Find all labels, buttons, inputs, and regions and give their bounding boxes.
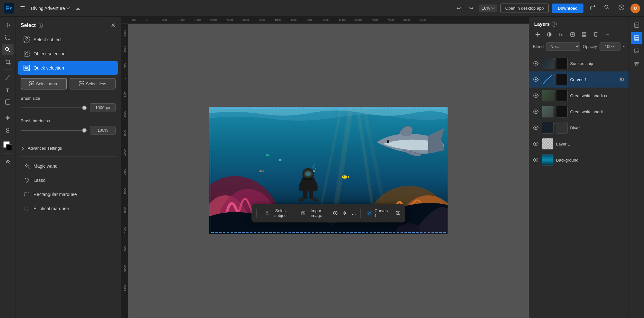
svg-point-12: [25, 52, 28, 55]
share-button[interactable]: [587, 3, 598, 14]
comments-button[interactable]: [631, 45, 642, 57]
layers-panel-button[interactable]: [631, 32, 642, 44]
help-button[interactable]: [616, 3, 627, 14]
title-dropdown-icon: [66, 6, 70, 10]
lasso-item[interactable]: Lasso: [18, 173, 118, 187]
adjustment-button[interactable]: [545, 30, 554, 39]
menu-button[interactable]: ☰: [17, 4, 28, 13]
toolbar-divider-2: [3, 110, 12, 110]
mask-button[interactable]: [568, 30, 577, 39]
svg-text:2000: 2000: [210, 18, 217, 22]
quick-selection-item[interactable]: Quick selection: [18, 61, 118, 75]
search-button[interactable]: [601, 3, 612, 13]
adjustments-panel-button[interactable]: [631, 58, 642, 70]
more-layer-options-button[interactable]: ···: [602, 30, 612, 39]
object-selection-item[interactable]: Object selection: [18, 47, 118, 61]
brush-tool[interactable]: [2, 72, 14, 83]
document-title[interactable]: Diving Adventure: [31, 6, 70, 11]
crop-tool[interactable]: [2, 56, 14, 68]
brush-size-input[interactable]: [90, 103, 116, 112]
more-options-button[interactable]: ...: [350, 208, 358, 218]
svg-rect-11: [24, 51, 29, 56]
layer-item-diver[interactable]: • Diver: [529, 120, 629, 136]
text-tool[interactable]: T: [2, 84, 14, 96]
redo-button[interactable]: ↪: [467, 3, 476, 13]
download-button[interactable]: Download: [552, 4, 583, 13]
align-bottom-button[interactable]: [341, 208, 349, 218]
color-picker-bottom-button[interactable]: [332, 208, 340, 218]
layer-chain-great-white: •: [554, 106, 555, 117]
quick-selection-icon: [23, 64, 30, 71]
fx-button[interactable]: fx: [556, 30, 566, 39]
brush-size-slider[interactable]: [21, 108, 87, 108]
selection-tool[interactable]: [2, 32, 14, 43]
svg-point-96: [396, 214, 397, 215]
great-white-thumb-main: [542, 106, 554, 117]
curves-1-settings-button[interactable]: [618, 76, 625, 83]
svg-point-86: [266, 211, 268, 213]
opacity-dropdown-icon[interactable]: ▾: [623, 45, 625, 48]
curves-label-row[interactable]: Curves 1: [363, 206, 393, 220]
svg-text:2000: 2000: [123, 149, 126, 156]
svg-rect-72: [304, 178, 312, 180]
quick-select-tool[interactable]: [2, 44, 14, 55]
opacity-input[interactable]: [600, 42, 620, 51]
zoom-control[interactable]: 16%: [479, 5, 497, 12]
svg-text:6000: 6000: [339, 18, 346, 22]
select-subject-bottom-button[interactable]: Select subject: [260, 206, 295, 220]
blend-select[interactable]: Nor...: [546, 42, 580, 51]
layer-item-background[interactable]: Background: [529, 152, 629, 168]
user-avatar[interactable]: U: [630, 4, 640, 13]
properties-panel-button[interactable]: [631, 19, 642, 31]
svg-point-81: [266, 154, 269, 156]
rect-marquee-item[interactable]: Rectangular marquee: [18, 188, 118, 201]
layer-eye-great-white[interactable]: [532, 108, 539, 115]
layer-item-great-white-co[interactable]: • Great white shark co...: [529, 88, 629, 104]
layer-item-curves-1[interactable]: • Curves 1: [529, 71, 629, 88]
magic-wand-label: Magic wand: [33, 164, 58, 169]
layer-stack-button[interactable]: [579, 30, 589, 39]
ellip-marquee-item[interactable]: Elliptical marquee: [18, 202, 118, 215]
foreground-color-swatch[interactable]: [6, 144, 12, 150]
svg-text:5500: 5500: [123, 285, 126, 291]
undo-button[interactable]: ↩: [454, 3, 463, 13]
move-tool[interactable]: [2, 19, 14, 31]
select-more-button[interactable]: Select more: [21, 78, 67, 89]
add-layer-button[interactable]: [533, 30, 543, 39]
layer-eye-curves-1[interactable]: [532, 76, 539, 83]
layers-info-icon[interactable]: i: [552, 22, 557, 27]
magic-wand-item[interactable]: Magic wand: [18, 159, 118, 173]
import-image-label: Import image: [308, 208, 326, 218]
import-image-button[interactable]: Import image: [297, 206, 330, 220]
curves-settings-layer-icon: [619, 77, 624, 82]
svg-text:6500: 6500: [355, 18, 362, 22]
panel-close-button[interactable]: ✕: [111, 22, 116, 29]
brush-hardness-input[interactable]: [90, 126, 116, 135]
layer-eye-layer-1[interactable]: [532, 140, 539, 147]
open-desktop-button[interactable]: Open in desktop app: [500, 4, 549, 13]
curves-settings-button[interactable]: [394, 208, 402, 218]
layer-eye-sunken-ship[interactable]: [532, 60, 539, 67]
bottom-toolbar: Select subject Import image: [251, 204, 405, 222]
canvas-viewport[interactable]: Select subject Import image: [128, 24, 529, 318]
layer-item-great-white[interactable]: • Great white shark: [529, 104, 629, 120]
shape-tool[interactable]: [2, 96, 14, 108]
select-less-button[interactable]: Select less: [70, 78, 116, 89]
panel-info-icon[interactable]: i: [38, 23, 43, 28]
collapse-button[interactable]: [2, 156, 14, 167]
layer-eye-great-white-co[interactable]: [532, 92, 539, 99]
brush-hardness-slider[interactable]: [21, 130, 87, 131]
brush-hardness-section: Brush hardness: [15, 115, 121, 137]
delete-layer-button[interactable]: [591, 30, 601, 39]
layer-eye-diver[interactable]: [532, 124, 539, 131]
layer-eye-background[interactable]: [532, 156, 539, 164]
layer-item-sunken-ship[interactable]: • Sunken ship: [529, 55, 629, 71]
healing-tool[interactable]: [2, 112, 14, 124]
advanced-settings-row[interactable]: Advanced settings: [15, 143, 121, 154]
brush-hardness-row: [21, 126, 116, 135]
layer-item-layer-1[interactable]: Layer 1: [529, 136, 629, 152]
layers-title-text: Layers: [534, 21, 550, 27]
svg-point-119: [635, 62, 637, 63]
select-subject-item[interactable]: Select subject: [18, 33, 118, 46]
stamp-tool[interactable]: [2, 124, 14, 136]
